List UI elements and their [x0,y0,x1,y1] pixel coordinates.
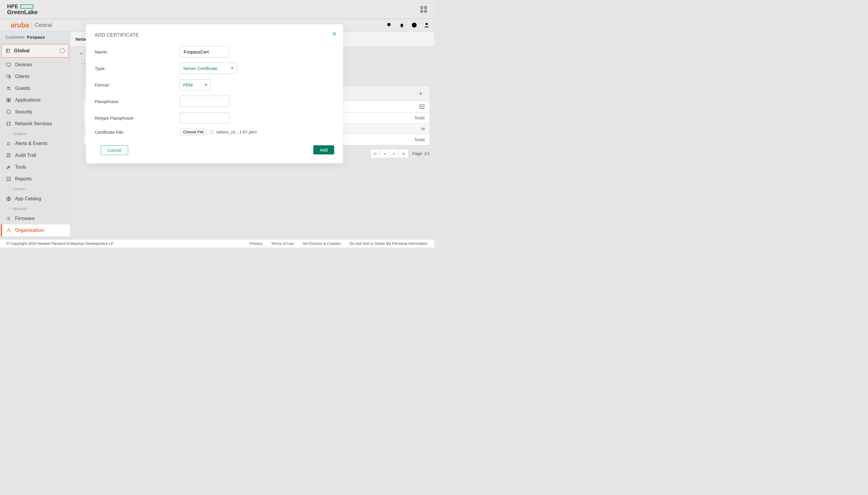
sidebar-item-organization[interactable]: Organization [1,224,70,236]
sidebar-item-appcatalog[interactable]: App Catalog [1,193,70,205]
hamburger-icon[interactable] [419,105,425,109]
svg-rect-7 [6,75,10,78]
name-label: Name: [95,49,180,54]
sidebar-item-label: Devices [15,62,32,67]
svg-point-3 [414,26,414,27]
sidebar-item-label: Audit Trail [15,153,36,158]
svg-rect-14 [9,100,10,102]
choose-file-button[interactable]: Choose File [180,129,207,135]
sidebar-item-label: Clients [15,74,30,79]
footer-link-terms[interactable]: Terms of Use [271,241,294,246]
applications-icon [6,97,12,103]
add-certificate-modal: ✕ ADD CERTIFICATE Name: Type: Server Cer… [86,24,343,163]
bell-icon[interactable] [399,22,405,28]
format-label: Format : [95,82,180,87]
back-arrow-icon[interactable]: ← [79,50,85,57]
type-value: Server Certificate [183,66,217,71]
network-icon [6,121,12,127]
aruba-logo: aruba [11,21,29,29]
svg-rect-12 [9,98,10,100]
svg-point-25 [10,231,10,232]
svg-point-18 [10,125,10,125]
sidebar-item-reports[interactable]: Reports [1,173,70,185]
page-indicator: Page: 1/1 [412,151,430,156]
certfile-label: Certificate File: [95,130,180,135]
apps-grid-icon[interactable] [420,6,427,13]
svg-point-23 [8,228,9,229]
copyright-text: © Copyright 2024 Hewlett Packard Enterpr… [6,241,114,246]
svg-point-9 [7,87,9,88]
svg-rect-5 [6,49,10,53]
svg-rect-13 [7,100,8,102]
greenlake-text: GreenLake [7,9,37,15]
name-input[interactable] [180,46,229,57]
chevron-down-icon[interactable]: ﹀ [81,62,86,68]
format-select[interactable]: PEM ▼ [180,79,211,90]
chosen-file-name: radsec_ce…1-67.pem [216,130,257,134]
close-icon[interactable]: ✕ [332,31,336,37]
add-button[interactable]: Add [313,145,334,154]
hpe-greenlake-logo: HPE GreenLake [7,4,37,15]
sidebar-item-applications[interactable]: Applications [1,94,70,106]
page-next-button[interactable]: ▸ [389,149,399,158]
sidebar-item-clients[interactable]: Clients [1,71,70,82]
clients-icon [6,73,12,80]
breadcrumb: Netw [75,37,86,41]
devices-icon [6,62,12,68]
aruba-product: Central [32,22,52,28]
user-icon[interactable] [423,22,430,28]
cancel-button[interactable]: Cancel [101,145,128,155]
modal-title: ADD CERTIFICATE [95,33,334,38]
gear-icon [6,216,12,222]
svg-point-10 [9,87,10,88]
sidebar-item-alerts[interactable]: Alerts & Events [1,138,70,150]
section-launch: Launch [1,185,70,193]
customer-label: Customer: [5,35,26,39]
type-label: Type: [95,66,180,71]
passphrase-label: Passphrase: [95,99,180,104]
sidebar-item-label: Applications [15,98,40,103]
tools-icon [6,164,12,170]
guests-icon [6,85,12,91]
svg-point-17 [7,125,8,125]
svg-rect-11 [7,98,8,100]
retype-passphrase-input[interactable] [180,112,229,123]
caret-down-icon: ▼ [204,83,208,87]
sidebar-item-label: Tools [15,165,26,170]
sidebar-item-firmware[interactable]: Firmware [1,212,70,224]
hpe-rect-icon [20,4,33,8]
org-icon [6,227,12,233]
sidebar-item-label: App Catalog [15,196,41,201]
type-select[interactable]: Server Certificate ▼ [180,63,237,74]
svg-rect-6 [6,63,11,66]
sidebar-item-audit[interactable]: Audit Trail [1,150,70,161]
help-icon[interactable] [411,22,417,28]
scope-label: Global [14,48,57,54]
svg-point-22 [8,218,10,219]
file-icon [210,130,214,135]
add-icon[interactable]: ＋ [417,89,424,98]
customer-name: Foxpass [27,35,45,39]
footer-link-adchoices[interactable]: Ad Choices & Cookies [302,241,341,246]
sidebar-item-label: Security [15,109,32,115]
shield-icon [6,109,12,115]
svg-point-0 [387,23,390,26]
retype-passphrase-label: Retype Passphrase: [95,116,180,120]
sidebar-item-guests[interactable]: Guests [1,82,70,94]
footer-link-donotsell[interactable]: Do Not Sell or Share My Personal Informa… [350,241,428,246]
sidebar-item-network-services[interactable]: Network Services [1,118,70,130]
page-prev-button[interactable]: ◂ [380,149,389,158]
customer-row[interactable]: Customer: Foxpass [0,32,70,42]
section-maintain: Maintain [1,205,70,212]
search-icon[interactable] [386,22,393,28]
page-first-button[interactable]: |◂ [370,149,380,158]
caret-down-icon: ▼ [230,66,234,70]
globe-icon [6,196,12,202]
page-last-button[interactable]: ▸| [399,149,408,158]
scope-selector[interactable]: Global [1,44,69,57]
passphrase-input[interactable] [180,96,229,107]
footer-link-privacy[interactable]: Privacy [250,241,262,246]
sidebar-item-security[interactable]: Security [1,106,70,118]
sidebar-item-tools[interactable]: Tools [1,161,70,173]
sidebar-item-devices[interactable]: Devices [1,59,70,71]
